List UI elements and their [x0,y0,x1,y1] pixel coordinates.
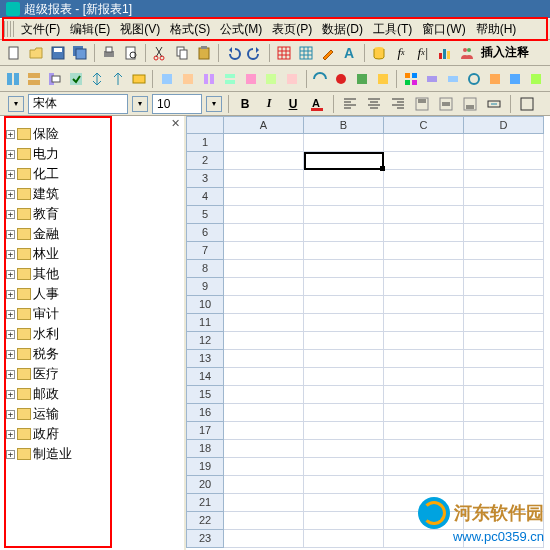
row-header[interactable]: 17 [186,422,224,440]
cell[interactable] [224,530,304,548]
cell[interactable] [224,260,304,278]
cell[interactable] [224,440,304,458]
t2-e[interactable] [88,69,107,89]
cell[interactable] [304,368,384,386]
cell[interactable] [224,476,304,494]
cell[interactable] [384,404,464,422]
row-header[interactable]: 20 [186,476,224,494]
cell[interactable] [464,278,544,296]
cell[interactable] [384,476,464,494]
cell[interactable] [304,458,384,476]
cell[interactable] [464,314,544,332]
row-header[interactable]: 2 [186,152,224,170]
fx2-icon[interactable]: fx| [413,43,433,63]
cell[interactable] [464,206,544,224]
row-header[interactable]: 11 [186,314,224,332]
expand-icon[interactable]: + [6,430,15,439]
cell[interactable] [304,260,384,278]
t2-o[interactable] [311,69,330,89]
cell[interactable] [224,332,304,350]
t2-q[interactable] [353,69,372,89]
tree-item[interactable]: +林业 [6,244,182,264]
cell[interactable] [464,188,544,206]
row-header[interactable]: 3 [186,170,224,188]
cell[interactable] [304,422,384,440]
tree-item[interactable]: +政府 [6,424,182,444]
menu-edit[interactable]: 编辑(E) [65,19,115,40]
cell[interactable] [464,440,544,458]
cell[interactable] [304,386,384,404]
cell[interactable] [224,152,304,170]
cell[interactable] [224,368,304,386]
bold-button[interactable]: B [235,94,255,114]
menu-data[interactable]: 数据(D) [317,19,368,40]
expand-icon[interactable]: + [6,350,15,359]
cell[interactable] [464,386,544,404]
cell[interactable] [464,134,544,152]
tree-item[interactable]: +其他 [6,264,182,284]
menu-window[interactable]: 窗口(W) [417,19,470,40]
expand-icon[interactable]: + [6,190,15,199]
cell[interactable] [464,170,544,188]
cell[interactable] [304,278,384,296]
t2-r[interactable] [374,69,393,89]
cell[interactable] [464,422,544,440]
expand-icon[interactable]: + [6,450,15,459]
row-header[interactable]: 19 [186,458,224,476]
cell[interactable] [224,170,304,188]
cell[interactable] [464,458,544,476]
cell[interactable] [384,170,464,188]
cell[interactable] [304,350,384,368]
cell[interactable] [464,404,544,422]
t2-t[interactable] [422,69,441,89]
cell[interactable] [224,206,304,224]
row-header[interactable]: 6 [186,224,224,242]
cell[interactable] [224,134,304,152]
row-header[interactable]: 21 [186,494,224,512]
t2-i[interactable] [178,69,197,89]
t2-f[interactable] [109,69,128,89]
cell[interactable] [304,512,384,530]
row-header[interactable]: 23 [186,530,224,548]
tree-item[interactable]: +金融 [6,224,182,244]
paste-icon[interactable] [194,43,214,63]
row-header[interactable]: 18 [186,440,224,458]
cell[interactable] [224,296,304,314]
menu-view[interactable]: 视图(V) [115,19,165,40]
t2-w[interactable] [485,69,504,89]
cell[interactable] [464,296,544,314]
cell[interactable] [224,188,304,206]
align-right-icon[interactable] [388,94,408,114]
expand-icon[interactable]: + [6,290,15,299]
italic-button[interactable]: I [259,94,279,114]
cell[interactable] [304,440,384,458]
cell[interactable] [384,224,464,242]
col-header[interactable]: C [384,116,464,134]
cell[interactable] [224,494,304,512]
col-header[interactable]: B [304,116,384,134]
cell[interactable] [384,206,464,224]
underline-button[interactable]: U [283,94,303,114]
draw-icon[interactable] [318,43,338,63]
row-header[interactable]: 1 [186,134,224,152]
cell[interactable] [304,404,384,422]
cell[interactable] [304,206,384,224]
cell[interactable] [384,188,464,206]
cell[interactable] [304,296,384,314]
row-header[interactable]: 16 [186,404,224,422]
grid-icon[interactable] [274,43,294,63]
menu-format[interactable]: 格式(S) [165,19,215,40]
row-header[interactable]: 4 [186,188,224,206]
cell[interactable] [464,332,544,350]
panel-close-icon[interactable]: ✕ [171,117,180,130]
cell[interactable] [304,332,384,350]
menu-file[interactable]: 文件(F) [16,19,65,40]
cell[interactable] [304,314,384,332]
grid2-icon[interactable] [296,43,316,63]
cell[interactable] [464,224,544,242]
menu-formula[interactable]: 公式(M) [215,19,267,40]
t2-c[interactable] [46,69,65,89]
col-header[interactable]: A [224,116,304,134]
cell[interactable] [384,386,464,404]
open-icon[interactable] [26,43,46,63]
